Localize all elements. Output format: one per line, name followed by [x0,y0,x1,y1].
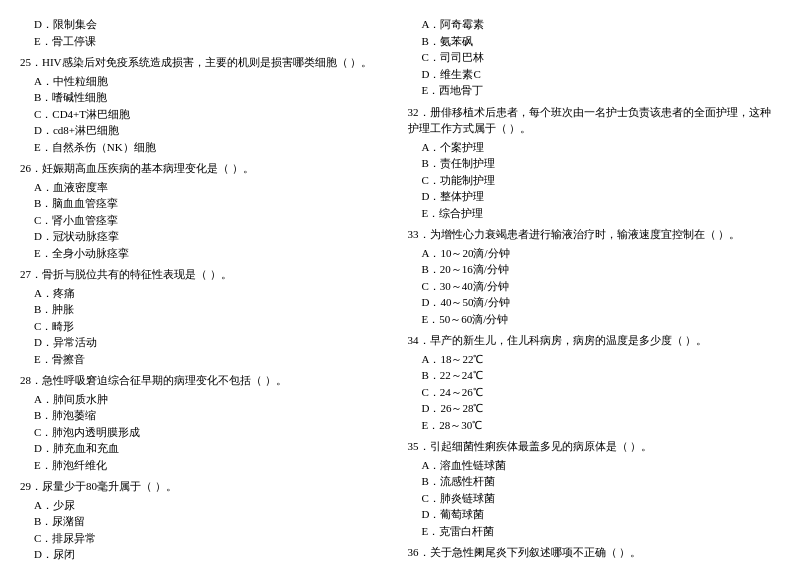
option: B．肿胀 [20,301,393,318]
option: D．异常活动 [20,334,393,351]
option: D．cd8+淋巴细胞 [20,122,393,139]
option: D．尿闭 [20,546,393,563]
option-line: E．西地骨丁 [408,82,781,99]
question-block-q32: 32．册俳移植术后患者，每个班次由一名护士负责该患者的全面护理，这种护理工作方式… [408,104,781,222]
question-block-q25: 25．HIV感染后对免疫系统造成损害，主要的机则是损害哪类细胞（ ）。A．中性粒… [20,54,393,155]
option: E．综合护理 [408,205,781,222]
option: C．肺泡内透明膜形成 [20,424,393,441]
question-block-q26: 26．妊娠期高血压疾病的基本病理变化是（ ）。A．血液密度率B．脑血血管痉挛C．… [20,160,393,261]
question-title: 27．骨折与脱位共有的特征性表现是（ ）。 [20,266,393,283]
option: C．肾小血管痉挛 [20,212,393,229]
option-line: B．氨苯砜 [408,33,781,50]
option: C．肺炎链球菌 [408,490,781,507]
option: A．中性粒细胞 [20,73,393,90]
option: C．畸形 [20,318,393,335]
question-title: 33．为增性心力衰竭患者进行输液治疗时，输液速度宜控制在（ ）。 [408,226,781,243]
question-title: 36．关于急性阑尾炎下列叙述哪项不正确（ ）。 [408,544,781,561]
option: C．CD4+T淋巴细胞 [20,106,393,123]
option: A．18～22℃ [408,351,781,368]
option: B．脑血血管痉挛 [20,195,393,212]
option-line: E．骨工停课 [20,33,393,50]
question-block-q27: 27．骨折与脱位共有的特征性表现是（ ）。A．疼痛B．肿胀C．畸形D．异常活动E… [20,266,393,367]
option: B．流感性杆菌 [408,473,781,490]
question-block-q34: 34．早产的新生儿，住儿科病房，病房的温度是多少度（ ）。A．18～22℃B．2… [408,332,781,433]
option: B．嗜碱性细胞 [20,89,393,106]
option: A．个案护理 [408,139,781,156]
option: B．20～16滴/分钟 [408,261,781,278]
question-title: 25．HIV感染后对免疫系统造成损害，主要的机则是损害哪类细胞（ ）。 [20,54,393,71]
option: E．肺泡纤维化 [20,457,393,474]
question-block-q_r_top: A．阿奇霉素B．氨苯砜C．司司巴林D．维生素CE．西地骨丁 [408,16,781,99]
question-block-q35: 35．引起细菌性痢疾体最盖多见的病原体是（ ）。A．溶血性链球菌B．流感性杆菌C… [408,438,781,539]
option-line: A．阿奇霉素 [408,16,781,33]
option: D．整体护理 [408,188,781,205]
question-block-q29: 29．尿量少于80毫升属于（ ）。A．少尿B．尿潴留C．排尿异常D．尿闭E．多尿 [20,478,393,565]
question-title: 34．早产的新生儿，住儿科病房，病房的温度是多少度（ ）。 [408,332,781,349]
option-line: C．司司巴林 [408,49,781,66]
option: D．肺充血和充血 [20,440,393,457]
left-column: D．限制集会E．骨工停课25．HIV感染后对免疫系统造成损害，主要的机则是损害哪… [20,16,403,565]
option: E．28～30℃ [408,417,781,434]
option: E．骨擦音 [20,351,393,368]
option: B．22～24℃ [408,367,781,384]
option: C．功能制护理 [408,172,781,189]
question-title: 35．引起细菌性痢疾体最盖多见的病原体是（ ）。 [408,438,781,455]
option: B．尿潴留 [20,513,393,530]
option: D．26～28℃ [408,400,781,417]
option: A．血液密度率 [20,179,393,196]
question-title: 29．尿量少于80毫升属于（ ）。 [20,478,393,495]
option: E．50～60滴/分钟 [408,311,781,328]
page-container: D．限制集会E．骨工停课25．HIV感染后对免疫系统造成损害，主要的机则是损害哪… [0,0,800,565]
option: C．24～26℃ [408,384,781,401]
option: D．冠状动脉痉挛 [20,228,393,245]
question-block-q_d_limit: D．限制集会E．骨工停课 [20,16,393,49]
question-block-q28: 28．急性呼吸窘迫综合征早期的病理变化不包括（ ）。A．肺间质水肿B．肺泡萎缩C… [20,372,393,473]
question-title: 28．急性呼吸窘迫综合征早期的病理变化不包括（ ）。 [20,372,393,389]
option: E．克雷白杆菌 [408,523,781,540]
option: A．少尿 [20,497,393,514]
option: C．30～40滴/分钟 [408,278,781,295]
option: A．溶血性链球菌 [408,457,781,474]
option: B．肺泡萎缩 [20,407,393,424]
option: A．10～20滴/分钟 [408,245,781,262]
option-line: D．维生素C [408,66,781,83]
option: A．肺间质水肿 [20,391,393,408]
questions-wrapper: D．限制集会E．骨工停课25．HIV感染后对免疫系统造成损害，主要的机则是损害哪… [20,16,780,565]
option: E．自然杀伤（NK）细胞 [20,139,393,156]
option-line: D．限制集会 [20,16,393,33]
right-column: A．阿奇霉素B．氨苯砜C．司司巴林D．维生素CE．西地骨丁32．册俳移植术后患者… [403,16,781,565]
question-block-q36: 36．关于急性阑尾炎下列叙述哪项不正确（ ）。A．多数人有转移性右下腹痛B．均有… [408,544,781,565]
question-block-q33: 33．为增性心力衰竭患者进行输液治疗时，输液速度宜控制在（ ）。A．10～20滴… [408,226,781,327]
option: B．责任制护理 [408,155,781,172]
option: A．疼痛 [20,285,393,302]
option: D．葡萄球菌 [408,506,781,523]
question-title: 32．册俳移植术后患者，每个班次由一名护士负责该患者的全面护理，这种护理工作方式… [408,104,781,137]
question-title: 26．妊娠期高血压疾病的基本病理变化是（ ）。 [20,160,393,177]
option: C．排尿异常 [20,530,393,547]
option: E．全身小动脉痉挛 [20,245,393,262]
option: D．40～50滴/分钟 [408,294,781,311]
